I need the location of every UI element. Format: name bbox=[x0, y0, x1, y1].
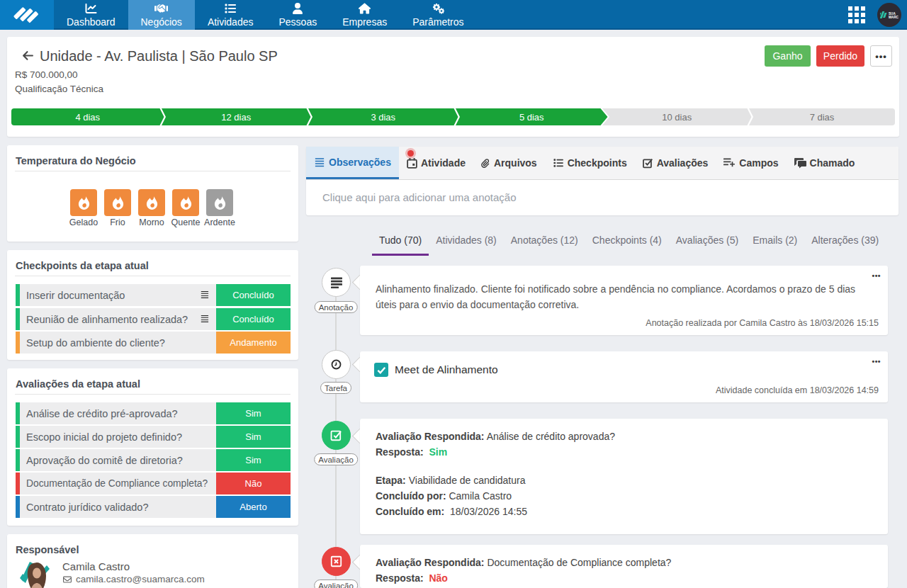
svg-text:MARCA: MARCA bbox=[889, 16, 898, 19]
